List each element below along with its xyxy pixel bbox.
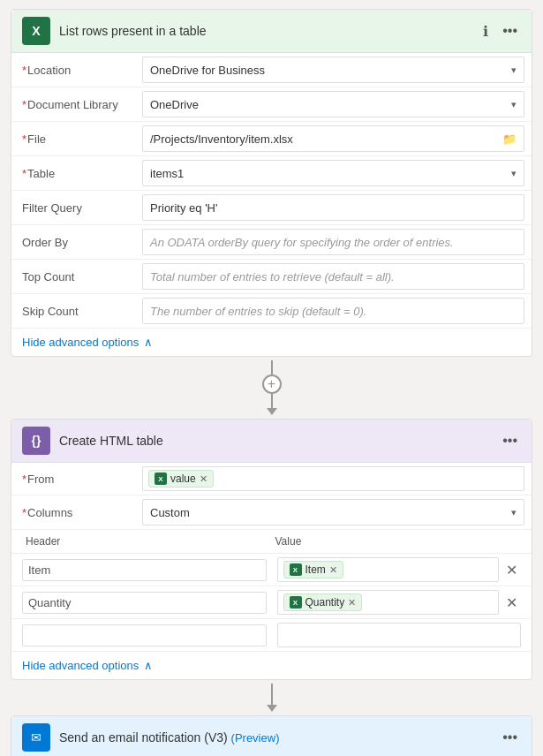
- label-top-count: Top Count: [11, 265, 135, 289]
- value-from[interactable]: X value ✕: [135, 463, 532, 495]
- delete-item-row-button[interactable]: ✕: [502, 560, 521, 580]
- item-header-cell[interactable]: [22, 559, 272, 581]
- item-header-input[interactable]: [22, 559, 267, 581]
- card2-body: *From X value ✕ *Columns Custom: [11, 463, 532, 679]
- card3-more-button[interactable]: •••: [499, 728, 521, 747]
- location-dropdown[interactable]: OneDrive for Business ▾: [142, 57, 524, 83]
- hide-advanced-2[interactable]: Hide advanced options ∧: [11, 652, 532, 679]
- card-create-html-table: {} Create HTML table ••• *From X value ✕: [11, 419, 532, 680]
- from-value-tag: X value ✕: [148, 470, 214, 488]
- card2-more-button[interactable]: •••: [499, 431, 521, 450]
- card1-body: *Location OneDrive for Business ▾ *Docum…: [11, 53, 532, 356]
- card-send-email: ✉ Send an email notification (V3) (Previ…: [11, 715, 532, 756]
- card1-more-button[interactable]: •••: [499, 21, 521, 41]
- quantity-value-container[interactable]: X Quantity ✕: [277, 590, 500, 615]
- label-table: *Table: [11, 162, 135, 185]
- field-filter-query: Filter Query Priority eq 'H': [11, 191, 532, 225]
- field-from: *From X value ✕: [11, 463, 532, 495]
- label-filter-query: Filter Query: [11, 196, 135, 220]
- chevron-up-icon: ∧: [144, 336, 153, 349]
- top-count-input[interactable]: Total number of entries to retrieve (def…: [142, 263, 524, 290]
- folder-icon: 📁: [502, 132, 517, 146]
- empty-header-cell[interactable]: [22, 624, 272, 646]
- empty-value-container[interactable]: [277, 623, 522, 647]
- value-table[interactable]: items1 ▾: [135, 156, 532, 190]
- label-from: *From: [11, 467, 135, 491]
- field-columns: *Columns Custom ▾: [11, 495, 532, 530]
- value-skip-count[interactable]: The number of entries to skip (default =…: [135, 294, 532, 328]
- skip-count-input[interactable]: The number of entries to skip (default =…: [142, 298, 524, 324]
- header-col-label: Header: [22, 533, 272, 549]
- html-icon: {}: [22, 427, 50, 455]
- quantity-value-cell: X Quantity ✕ ✕: [277, 590, 522, 615]
- remove-quantity-tag-button[interactable]: ✕: [348, 598, 356, 608]
- card1-title: List rows present in a table: [59, 24, 479, 38]
- chevron-down-icon: ▾: [511, 64, 517, 76]
- empty-value-cell: [277, 623, 522, 647]
- label-document-library: *Document Library: [11, 93, 135, 117]
- card2-header: {} Create HTML table •••: [11, 420, 532, 463]
- field-order-by: Order By An ODATA orderBy query for spec…: [11, 225, 532, 260]
- chevron-up-icon: ∧: [144, 659, 153, 672]
- value-columns[interactable]: Custom ▾: [135, 495, 532, 529]
- column-row-quantity: X Quantity ✕ ✕: [11, 586, 532, 619]
- email-icon: ✉: [22, 723, 50, 752]
- column-row-item: X Item ✕ ✕: [11, 554, 532, 586]
- hide-advanced-1[interactable]: Hide advanced options ∧: [11, 329, 532, 356]
- value-col-label: Value: [272, 533, 522, 549]
- chevron-down-icon: ▾: [511, 168, 517, 179]
- chevron-down-icon: ▾: [511, 507, 517, 518]
- card1-actions: ℹ •••: [479, 21, 521, 42]
- label-columns: *Columns: [11, 501, 135, 525]
- excel-item-icon: X: [290, 563, 302, 576]
- field-location: *Location OneDrive for Business ▾: [11, 53, 532, 87]
- value-filter-query[interactable]: Priority eq 'H': [135, 191, 532, 224]
- excel-icon: X: [22, 17, 50, 45]
- connector-2: [11, 680, 532, 715]
- field-document-library: *Document Library OneDrive ▾: [11, 87, 532, 122]
- arrow-down-icon: [267, 408, 277, 415]
- order-by-input[interactable]: An ODATA orderBy query for specifying th…: [142, 229, 524, 255]
- field-skip-count: Skip Count The number of entries to skip…: [11, 294, 532, 329]
- add-step-button[interactable]: +: [262, 374, 282, 394]
- columns-dropdown[interactable]: Custom ▾: [142, 499, 524, 525]
- label-order-by: Order By: [11, 231, 135, 254]
- empty-header-input[interactable]: [22, 624, 267, 646]
- item-value-container[interactable]: X Item ✕: [277, 557, 500, 582]
- from-tag-container[interactable]: X value ✕: [142, 466, 524, 491]
- card-list-rows: X List rows present in a table ℹ ••• *Lo…: [11, 9, 532, 357]
- value-file[interactable]: /Projects/Inventory/item.xlsx 📁: [135, 122, 532, 155]
- quantity-header-cell[interactable]: [22, 592, 272, 614]
- connector-line-bottom: [271, 394, 273, 408]
- field-top-count: Top Count Total number of entries to ret…: [11, 260, 532, 294]
- card2-actions: •••: [499, 431, 521, 450]
- remove-from-tag-button[interactable]: ✕: [200, 474, 207, 484]
- document-library-dropdown[interactable]: OneDrive ▾: [142, 91, 524, 117]
- excel-tag-icon: X: [155, 472, 167, 485]
- quantity-value-tag: X Quantity ✕: [283, 593, 363, 611]
- label-file: *File: [11, 127, 135, 151]
- table-dropdown[interactable]: items1 ▾: [142, 160, 524, 186]
- delete-quantity-row-button[interactable]: ✕: [502, 593, 521, 613]
- value-top-count[interactable]: Total number of entries to retrieve (def…: [135, 260, 532, 293]
- field-table: *Table items1 ▾: [11, 156, 532, 191]
- card3-actions: •••: [499, 728, 521, 747]
- card1-info-button[interactable]: ℹ: [479, 21, 492, 42]
- card3-header: ✉ Send an email notification (V3) (Previ…: [11, 716, 532, 756]
- value-document-library[interactable]: OneDrive ▾: [135, 87, 532, 121]
- connector2-line-top: [271, 684, 273, 698]
- filter-query-input[interactable]: Priority eq 'H': [142, 194, 524, 221]
- label-location: *Location: [11, 58, 135, 82]
- file-input[interactable]: /Projects/Inventory/item.xlsx 📁: [142, 125, 524, 152]
- arrow-down-icon-2: [267, 705, 277, 712]
- chevron-down-icon: ▾: [511, 99, 517, 110]
- item-value-cell: X Item ✕ ✕: [277, 557, 522, 582]
- remove-item-tag-button[interactable]: ✕: [329, 565, 337, 575]
- quantity-header-input[interactable]: [22, 592, 267, 614]
- excel-quantity-icon: X: [290, 596, 302, 609]
- card1-header: X List rows present in a table ℹ •••: [11, 10, 532, 53]
- field-file: *File /Projects/Inventory/item.xlsx 📁: [11, 122, 532, 156]
- value-order-by[interactable]: An ODATA orderBy query for specifying th…: [135, 225, 532, 259]
- value-location[interactable]: OneDrive for Business ▾: [135, 53, 532, 87]
- card3-title: Send an email notification (V3) (Preview…: [59, 730, 499, 745]
